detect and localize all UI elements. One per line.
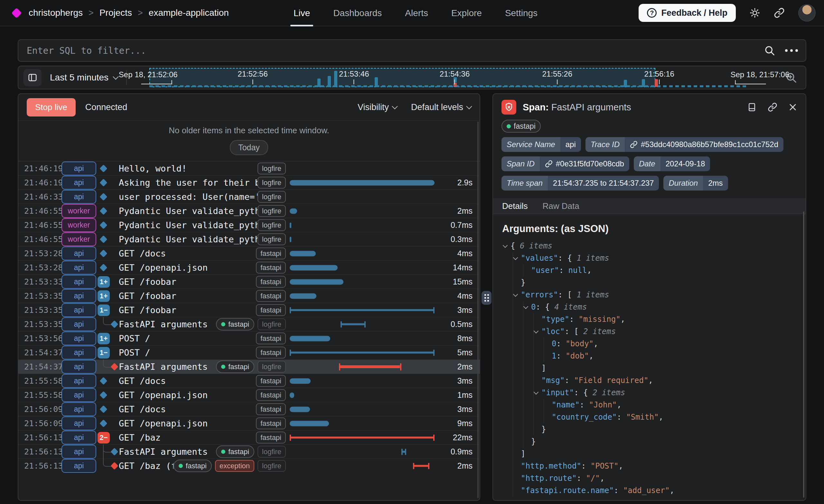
json-punct: : (564, 376, 574, 385)
more-options-icon[interactable] (785, 49, 798, 52)
timeline-selection[interactable] (149, 68, 655, 87)
log-row-tags: fastapi (256, 417, 290, 429)
log-row[interactable]: 21:56:13apiFastAPI argumentsfastapilogfi… (18, 444, 480, 459)
expand-toggle[interactable]: 2− (98, 432, 110, 443)
expand-toggle[interactable]: 1+ (98, 333, 110, 344)
nav-tab-alerts[interactable]: Alerts (405, 0, 428, 26)
log-row-time: 21:56:13 (24, 433, 56, 442)
chip-row: Time span21:54:37.235 to 21:54:37.237Dur… (502, 176, 797, 191)
log-row[interactable]: 21:53:28apiGET /docsfastapi4ms (18, 246, 480, 261)
duration-bar-track (290, 162, 434, 175)
log-row[interactable]: 21:46:55workerPydantic User validate_pyt… (18, 232, 480, 246)
expand-toggle[interactable]: 1− (98, 347, 110, 359)
log-row[interactable]: 21:46:19apiAsking the user for their bir… (18, 175, 480, 190)
collapse-caret-icon[interactable] (503, 243, 508, 248)
expand-toggle[interactable]: 1+ (98, 276, 110, 288)
log-row[interactable]: 21:56:13api2−GET /bazfastapi22ms (18, 430, 480, 444)
stop-live-button[interactable]: Stop live (27, 98, 76, 116)
expand-toggle[interactable]: 1− (98, 304, 110, 316)
span-diamond-icon (99, 221, 107, 229)
collapse-caret-icon[interactable] (523, 304, 528, 309)
breadcrumb-item[interactable]: Projects (99, 8, 132, 18)
copy-link-icon[interactable] (768, 102, 777, 112)
fastapi-tag-pill[interactable]: fastapi (502, 120, 541, 132)
breadcrumb-item[interactable]: example-application (149, 8, 229, 18)
nav-tab-explore[interactable]: Explore (451, 0, 482, 26)
span-diamond-icon (99, 207, 107, 215)
tag-fastapi: fastapi (256, 304, 286, 316)
service-badge-api: api (62, 416, 96, 430)
feedback-help-button[interactable]: Feedback / Help (639, 4, 736, 22)
collapse-caret-icon[interactable] (513, 292, 518, 297)
link-icon[interactable] (630, 141, 638, 148)
logfire-logo-icon[interactable] (11, 8, 22, 18)
log-row[interactable]: 21:53:28apiGET /openapi.jsonfastapi14ms (18, 261, 480, 275)
scrollbar-thumb[interactable] (477, 122, 479, 498)
log-row[interactable]: 21:54:37api1−POST /fastapi5ms (18, 345, 480, 360)
duration-bar-track (290, 303, 434, 317)
json-punct: : (617, 413, 626, 422)
log-row[interactable]: 21:46:19apiHello, world!logfire (18, 161, 480, 175)
nav-tab-dashboards[interactable]: Dashboards (333, 0, 382, 26)
log-row[interactable]: 21:55:58apiGET /openapi.jsonfastapi1ms (18, 388, 480, 402)
log-row[interactable]: 21:46:55workerPydantic User validate_pyt… (18, 218, 480, 232)
log-row[interactable]: 21:53:33api1+GET /foobarfastapi15ms (18, 275, 480, 289)
log-row[interactable]: 21:46:33apiuser processed: User(name='An… (18, 190, 480, 204)
log-row-time: 21:53:56 (24, 334, 56, 343)
service-badge-cell: api (62, 431, 98, 444)
log-row-duration: 0.9ms (434, 447, 480, 457)
json-punct: : (614, 486, 623, 495)
timeline-tick: 21:55:26 (542, 70, 572, 84)
log-row[interactable]: 21:53:35apiFastAPI argumentsfastapilogfi… (18, 317, 480, 331)
detail-tab-raw-data[interactable]: Raw Data (542, 201, 579, 211)
collapse-caret-icon[interactable] (534, 390, 539, 395)
expand-toggle[interactable]: 1+ (98, 290, 110, 302)
search-icon[interactable] (764, 45, 776, 56)
timeline-histogram[interactable]: 21:52:5621:53:4621:54:3621:55:2621:56:16… (131, 66, 777, 89)
log-row[interactable]: 21:53:56api1+POST /fastapi8ms (18, 331, 480, 345)
duration-bar-track (290, 416, 434, 430)
log-row[interactable]: 21:53:35api1−GET /foobarfastapi3ms (18, 303, 480, 317)
share-link-icon[interactable] (774, 7, 785, 18)
sidebar-toggle-button[interactable] (23, 69, 41, 86)
time-range-dropdown[interactable]: Last 5 minutes (50, 73, 118, 83)
panel-resize-handle[interactable] (482, 291, 492, 305)
default-levels-dropdown[interactable]: Default levels (411, 102, 471, 112)
log-row-message: GET /docs (119, 404, 166, 414)
log-row[interactable]: 21:56:09apiGET /docsfastapi3ms (18, 402, 480, 416)
json-items-count: 2 items (583, 327, 616, 336)
user-avatar[interactable] (798, 4, 816, 21)
log-row-icon-cell: 1− (98, 303, 116, 317)
log-row[interactable]: 21:56:09apiGET /openapi.jsonfastapi9ms (18, 416, 480, 430)
log-row[interactable]: 21:53:35api1+GET /foobarfastapi4ms (18, 289, 480, 303)
tag-fastapi: fastapi (216, 445, 254, 458)
scrollbar-thumb[interactable] (803, 211, 804, 498)
log-row-time: 21:53:35 (24, 320, 56, 329)
breadcrumb-item[interactable]: christophergs (29, 8, 83, 18)
nav-tab-live[interactable]: Live (294, 0, 310, 26)
nav-tab-settings[interactable]: Settings (505, 0, 537, 26)
log-row[interactable]: 21:55:58apiGET /docsfastapi3ms (18, 374, 480, 388)
log-row-message: GET /baz (fo (119, 461, 174, 471)
log-row[interactable]: 21:54:37apiFastAPI argumentsfastapilogfi… (18, 360, 480, 374)
indent-guide (523, 362, 523, 374)
today-button[interactable]: Today (230, 140, 268, 155)
close-icon[interactable] (788, 103, 797, 112)
theme-toggle-icon[interactable] (749, 7, 760, 18)
log-row-icon-cell: 2− (98, 431, 116, 444)
collapse-caret-icon[interactable] (534, 329, 539, 334)
collapse-caret-icon[interactable] (513, 255, 518, 261)
log-row-icon-cell (98, 246, 116, 261)
indent-guide (533, 313, 534, 325)
visibility-dropdown[interactable]: Visibility (357, 102, 397, 112)
log-row-message: Pydantic User validate_python (119, 234, 258, 244)
log-row[interactable]: 21:46:55workerPydantic User validate_pyt… (18, 204, 480, 218)
link-icon[interactable] (545, 160, 553, 168)
sql-filter-input[interactable] (26, 45, 764, 56)
detail-tab-details[interactable]: Details (502, 201, 528, 211)
duration-bar-track (290, 331, 434, 345)
log-row[interactable]: 21:56:13apiGET /baz (fofastapiexceptionl… (18, 459, 480, 473)
dock-panel-icon[interactable] (747, 102, 757, 112)
indent-guide (513, 362, 513, 374)
log-row-time: 21:55:58 (24, 376, 56, 386)
